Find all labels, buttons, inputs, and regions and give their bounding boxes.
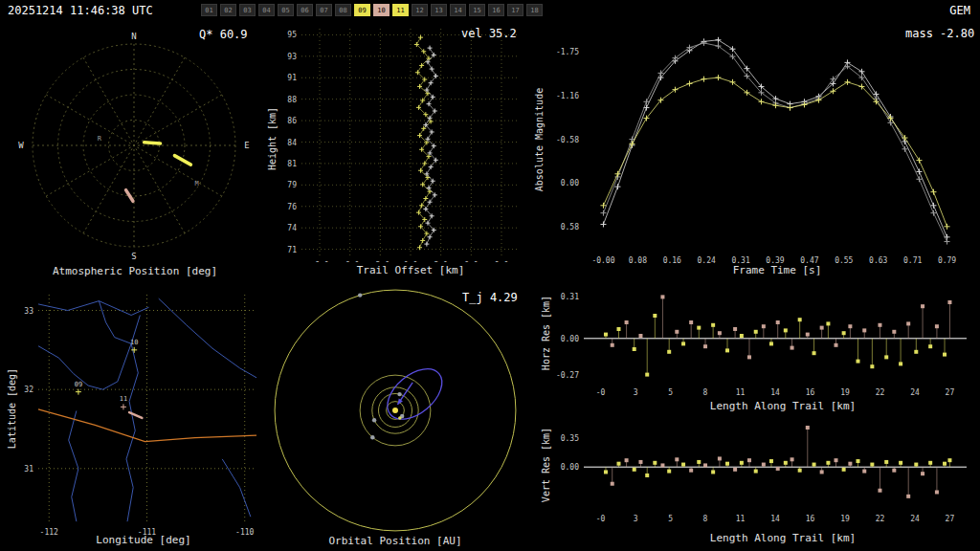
svg-text:8: 8 bbox=[703, 515, 708, 523]
svg-text:81: 81 bbox=[287, 160, 297, 168]
svg-text:0.35: 0.35 bbox=[561, 434, 579, 443]
vertical-residuals-chart: -0358111416192224270.350.00 bbox=[536, 413, 980, 533]
frame-chip-04[interactable]: 04 bbox=[258, 4, 275, 16]
svg-text:0.00: 0.00 bbox=[561, 335, 579, 343]
svg-text:14: 14 bbox=[770, 388, 780, 397]
ground-track-map: -112-111-110313233091011 bbox=[0, 282, 268, 539]
mass-annotation: mass -2.80 bbox=[905, 27, 974, 40]
svg-text:09: 09 bbox=[75, 381, 82, 388]
svg-text:86: 86 bbox=[287, 117, 297, 125]
svg-text:79: 79 bbox=[287, 181, 297, 189]
svg-text:-110: -110 bbox=[235, 528, 254, 537]
frame-chip-06[interactable]: 06 bbox=[297, 4, 313, 16]
trail-offset-xlabel: Trail Offset [km] bbox=[357, 264, 465, 276]
svg-text:M: M bbox=[195, 180, 199, 187]
frame-chip-09[interactable]: 09 bbox=[354, 4, 370, 16]
frame-chip-01[interactable]: 01 bbox=[201, 4, 217, 16]
svg-text:E: E bbox=[244, 141, 249, 150]
svg-text:8: 8 bbox=[703, 388, 708, 397]
svg-text:11: 11 bbox=[120, 395, 127, 403]
svg-text:16: 16 bbox=[806, 515, 815, 523]
frame-chip-17[interactable]: 17 bbox=[507, 4, 523, 16]
svg-text:24: 24 bbox=[910, 388, 920, 397]
q-star-annotation: Q* 60.9 bbox=[199, 28, 248, 41]
svg-text:S: S bbox=[131, 252, 136, 261]
svg-text:W: W bbox=[18, 141, 24, 150]
svg-text:-3.0: -3.0 bbox=[371, 261, 390, 262]
light-curve-chart: -0.000.080.160.240.310.390.470.550.630.7… bbox=[536, 23, 980, 264]
svg-text:14: 14 bbox=[770, 515, 780, 523]
svg-text:-1.16: -1.16 bbox=[556, 92, 579, 100]
svg-text:-0.00: -0.00 bbox=[591, 256, 614, 264]
svg-text:88: 88 bbox=[287, 96, 297, 104]
longitude-xlabel: Longitude [deg] bbox=[96, 534, 190, 546]
svg-text:74: 74 bbox=[287, 224, 297, 232]
svg-text:24: 24 bbox=[910, 515, 920, 523]
top-status-bar: 20251214 11:46:38 UTC 010203040506070809… bbox=[0, 0, 980, 21]
svg-text:11: 11 bbox=[736, 515, 746, 523]
vert-res-xlabel: Length Along Trail [km] bbox=[710, 532, 856, 544]
frame-chip-14[interactable]: 14 bbox=[450, 4, 466, 16]
svg-text:22: 22 bbox=[876, 515, 885, 523]
timestamp-label: 20251214 11:46:38 UTC bbox=[8, 4, 153, 17]
svg-text:-112: -112 bbox=[40, 528, 58, 537]
svg-text:91: 91 bbox=[287, 74, 297, 82]
velocity-annotation: vel 35.2 bbox=[461, 27, 517, 40]
svg-text:84: 84 bbox=[287, 139, 297, 147]
svg-text:0.71: 0.71 bbox=[903, 256, 922, 264]
svg-text:71: 71 bbox=[287, 246, 297, 254]
svg-text:0.31: 0.31 bbox=[561, 293, 579, 301]
frame-selector-strip: 010203040506070809101112131415161718 bbox=[201, 4, 543, 16]
frame-chip-10[interactable]: 10 bbox=[373, 4, 390, 16]
svg-text:10: 10 bbox=[130, 339, 138, 346]
atmospheric-position-chart: NSEWRM bbox=[0, 21, 278, 270]
frame-chip-13[interactable]: 13 bbox=[431, 4, 447, 16]
svg-text:16: 16 bbox=[806, 388, 815, 397]
svg-text:N: N bbox=[131, 32, 136, 41]
svg-text:0.79: 0.79 bbox=[938, 256, 956, 264]
frame-chip-07[interactable]: 07 bbox=[316, 4, 332, 16]
svg-text:32: 32 bbox=[24, 386, 33, 394]
frame-chip-11[interactable]: 11 bbox=[392, 4, 409, 16]
frame-chip-08[interactable]: 08 bbox=[335, 4, 351, 16]
svg-text:R: R bbox=[98, 135, 102, 143]
frame-chip-12[interactable]: 12 bbox=[412, 4, 428, 16]
svg-text:5: 5 bbox=[668, 515, 673, 523]
svg-text:-0.58: -0.58 bbox=[556, 136, 579, 144]
svg-text:0.00: 0.00 bbox=[561, 463, 579, 472]
vert-res-ylabel: Vert Res [km] bbox=[541, 428, 551, 502]
orbital-position-chart bbox=[270, 282, 523, 539]
svg-text:-6.0: -6.0 bbox=[341, 261, 359, 262]
svg-text:31: 31 bbox=[24, 465, 33, 474]
frame-chip-16[interactable]: 16 bbox=[488, 4, 504, 16]
svg-text:33: 33 bbox=[24, 307, 33, 316]
horizontal-residuals-chart: -0358111416192224270.310.00-0.27 bbox=[536, 282, 980, 411]
frame-chip-02[interactable]: 02 bbox=[220, 4, 236, 16]
svg-text:-0: -0 bbox=[596, 515, 606, 523]
svg-text:19: 19 bbox=[840, 515, 850, 523]
frame-chip-05[interactable]: 05 bbox=[278, 4, 294, 16]
svg-text:0.31: 0.31 bbox=[731, 256, 749, 264]
frame-chip-15[interactable]: 15 bbox=[469, 4, 485, 16]
svg-text:-1.75: -1.75 bbox=[556, 48, 579, 56]
svg-text:76: 76 bbox=[287, 203, 297, 211]
svg-text:3: 3 bbox=[634, 515, 638, 523]
svg-text:0.58: 0.58 bbox=[561, 223, 579, 231]
svg-text:-0: -0 bbox=[596, 388, 606, 397]
app-window: 20251214 11:46:38 UTC 010203040506070809… bbox=[0, 0, 980, 551]
tisserand-annotation: T_j 4.29 bbox=[462, 291, 518, 304]
frame-chip-18[interactable]: 18 bbox=[526, 4, 543, 16]
svg-text:0.55: 0.55 bbox=[835, 256, 853, 264]
svg-text:-0.27: -0.27 bbox=[556, 371, 579, 380]
frame-chip-03[interactable]: 03 bbox=[239, 4, 256, 16]
svg-text:0.63: 0.63 bbox=[869, 256, 887, 264]
svg-text:0.16: 0.16 bbox=[663, 256, 681, 264]
svg-text:27: 27 bbox=[946, 388, 955, 397]
latitude-ylabel: Latitude [deg] bbox=[7, 368, 17, 449]
horz-res-ylabel: Horz Res [km] bbox=[541, 296, 551, 370]
svg-text:3.0: 3.0 bbox=[434, 261, 448, 262]
svg-text:9.0: 9.0 bbox=[495, 261, 509, 262]
svg-text:11: 11 bbox=[736, 388, 746, 397]
horz-res-xlabel: Length Along Trail [km] bbox=[710, 400, 856, 412]
shower-code-label: GEM bbox=[949, 4, 970, 17]
